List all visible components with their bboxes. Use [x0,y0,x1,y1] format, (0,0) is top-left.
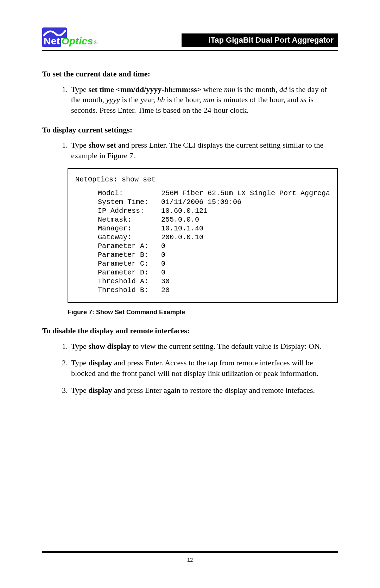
cli-label: Manager: [98,224,161,233]
cli-label: IP Address: [98,206,161,215]
cli-value: 20 [161,286,330,295]
set-time-step-1: Type set time <mm/dd/yyyy-hh:mm:ss> wher… [70,84,338,116]
section-show-set-title: To display current settings: [42,125,338,135]
cli-label: System Time: [98,198,161,206]
cli-value: 30 [161,277,330,286]
var-mm: mm [224,85,235,94]
cli-row: Parameter A:0 [98,242,330,250]
text: is minutes of the hour, and [214,95,300,104]
var-yyyy: yyyy [106,95,120,104]
cli-value: 256M Fiber 62.5um LX Single Port Aggrega [161,189,330,198]
cli-label: Parameter B: [98,250,161,259]
text: is the month, [235,85,279,94]
footer-divider [42,551,338,553]
text: Type [71,141,88,149]
figure-caption: Figure 7: Show Set Command Example [68,308,338,316]
cli-row: IP Address:10.60.0.121 [98,206,330,215]
cli-value: 0 [161,259,330,268]
header-divider [42,50,338,51]
cli-row: Model:256M Fiber 62.5um LX Single Port A… [98,189,330,198]
section-disable-title: To disable the display and remote interf… [42,326,338,336]
text: to view the current setting. The default… [131,342,322,351]
cli-row: Threshold A:30 [98,277,330,286]
cli-value: 200.0.0.10 [161,233,330,242]
cli-output-box: NetOptics: show set Model:256M Fiber 62.… [68,168,338,303]
cli-label: Parameter C: [98,259,161,268]
cli-label: Threshold B: [98,286,161,295]
page-content: To set the current date and time: Type s… [42,69,338,396]
text: Type [71,358,88,367]
set-time-steps: Type set time <mm/dd/yyyy-hh:mm:ss> wher… [42,84,338,116]
cli-row: Parameter C:0 [98,259,330,268]
text: where [201,85,224,94]
cmd: set time <mm/dd/yyyy-hh:mm:ss> [88,85,201,94]
netoptics-logo: Net Optics ® [42,27,98,47]
section-set-time-title: To set the current date and time: [42,69,338,79]
text: Type [71,386,88,395]
cli-value: 0 [161,268,330,277]
var-ss: ss [300,95,306,104]
cli-row: Threshold B:20 [98,286,330,295]
figure-text: Show Set Command Example [94,309,185,316]
var-mm2: mm [203,95,214,104]
document-page: Net Optics ® iTap GigaBit Dual Port Aggr… [0,0,380,588]
show-set-step-1: Type show set and press Enter. The CLI d… [70,140,338,161]
cli-label: Threshold A: [98,277,161,286]
cmd: show display [88,342,131,351]
cli-value: 01/11/2006 15:09:06 [161,198,330,206]
var-dd: dd [279,85,287,94]
text: is the year, [120,95,157,104]
cli-row: Gateway:200.0.0.10 [98,233,330,242]
cmd: display [88,358,112,367]
cli-row: Netmask:255.0.0.0 [98,215,330,224]
cli-value: 10.60.0.121 [161,206,330,215]
cli-label: Netmask: [98,215,161,224]
cli-label: Parameter D: [98,268,161,277]
disable-step-3: Type display and press Enter again to re… [70,385,338,396]
figure-label: Figure 7: [68,309,94,316]
cmd: display [88,386,112,395]
text: Type [71,85,88,94]
disable-step-2: Type display and press Enter. Access to … [70,358,338,378]
cli-value: 0 [161,242,330,250]
page-footer: 12 [42,551,338,563]
cli-prompt-line: NetOptics: show set [75,175,156,184]
cli-row: System Time:01/11/2006 15:09:06 [98,198,330,206]
cli-row: Parameter B:0 [98,250,330,259]
text: is the hour, [165,95,203,104]
cli-row: Manager:10.10.1.40 [98,224,330,233]
page-header: Net Optics ® iTap GigaBit Dual Port Aggr… [42,27,338,47]
logo-registered-icon: ® [94,40,98,45]
cli-rows: Model:256M Fiber 62.5um LX Single Port A… [98,189,330,295]
cli-value: 0 [161,250,330,259]
cli-label: Model: [98,189,161,198]
disable-steps: Type show display to view the current se… [42,341,338,396]
page-number: 12 [42,557,338,563]
document-title-bar: iTap GigaBit Dual Port Aggregator [182,33,338,47]
disable-step-1: Type show display to view the current se… [70,341,338,352]
text: Type [71,342,88,351]
text: and press Enter again to restore the dis… [112,386,315,395]
var-hh: hh [157,95,165,104]
cli-label: Parameter A: [98,242,161,250]
cli-value: 10.10.1.40 [161,224,330,233]
logo-swoosh-icon [42,27,67,38]
cli-label: Gateway: [98,233,161,242]
cmd: show set [88,141,116,149]
show-set-steps: Type show set and press Enter. The CLI d… [42,140,338,161]
cli-value: 255.0.0.0 [161,215,330,224]
cli-row: Parameter D:0 [98,268,330,277]
